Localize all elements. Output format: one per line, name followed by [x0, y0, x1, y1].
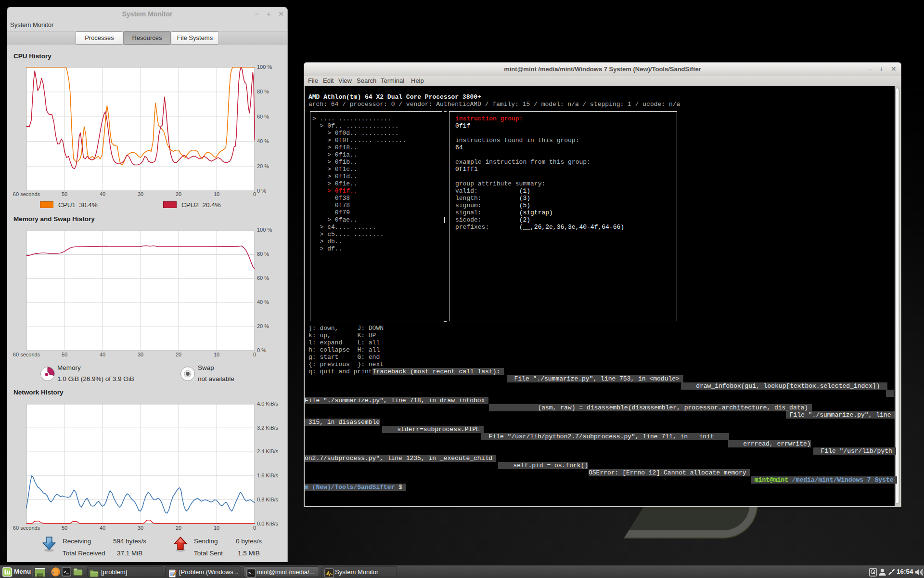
svg-text:>_: >_ — [248, 571, 254, 576]
svg-text:>_: >_ — [64, 570, 69, 575]
